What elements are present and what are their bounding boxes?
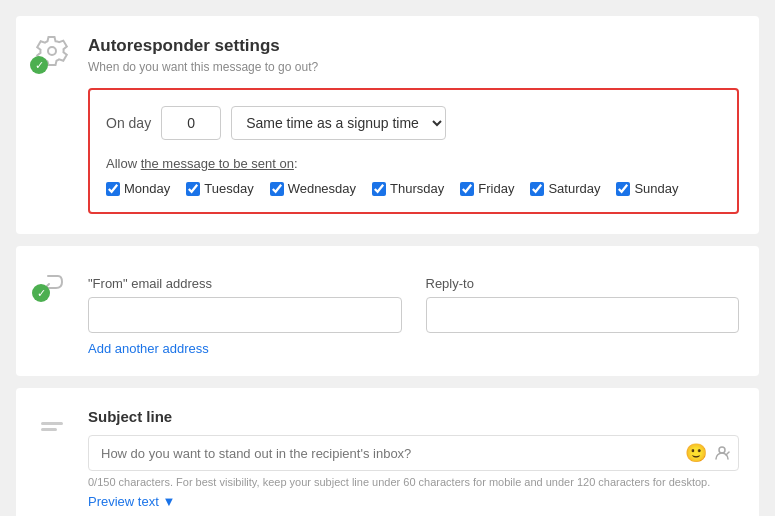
day-thursday[interactable]: Thursday bbox=[372, 181, 444, 196]
personalize-icon[interactable] bbox=[713, 444, 731, 462]
subject-icon-group: 🙂 bbox=[685, 442, 731, 464]
day-friday[interactable]: Friday bbox=[460, 181, 514, 196]
from-email-section: ✓ "From" email address Add another addre… bbox=[16, 246, 759, 376]
subject-input[interactable] bbox=[88, 435, 739, 471]
checkbox-thursday[interactable] bbox=[372, 182, 386, 196]
subject-title: Subject line bbox=[88, 408, 739, 425]
reply-to-input[interactable] bbox=[426, 297, 740, 333]
day-saturday[interactable]: Saturday bbox=[530, 181, 600, 196]
days-row: Monday Tuesday Wednesday Thursday Friday… bbox=[106, 181, 721, 196]
page: ✓ Autoresponder settings When do you wan… bbox=[0, 0, 775, 516]
check-badge-2: ✓ bbox=[32, 284, 50, 302]
day-monday[interactable]: Monday bbox=[106, 181, 170, 196]
svg-point-0 bbox=[48, 47, 56, 55]
reply-to-group: Reply-to bbox=[426, 276, 740, 356]
preview-text-link[interactable]: Preview text ▼ bbox=[88, 494, 739, 509]
from-address-label: "From" email address bbox=[88, 276, 402, 291]
on-day-label: On day bbox=[106, 115, 151, 131]
from-email-fields: "From" email address Add another address… bbox=[88, 276, 739, 356]
checkbox-sunday[interactable] bbox=[616, 182, 630, 196]
checkbox-tuesday[interactable] bbox=[186, 182, 200, 196]
day-tuesday[interactable]: Tuesday bbox=[186, 181, 253, 196]
from-address-input[interactable] bbox=[88, 297, 402, 333]
svg-point-1 bbox=[719, 447, 725, 453]
checkbox-monday[interactable] bbox=[106, 182, 120, 196]
subject-input-wrap: 🙂 bbox=[88, 435, 739, 471]
add-address-link[interactable]: Add another address bbox=[88, 341, 402, 356]
reply-to-label: Reply-to bbox=[426, 276, 740, 291]
subject-section: Subject line 🙂 0/150 characters. For bes… bbox=[16, 388, 759, 516]
day-wednesday[interactable]: Wednesday bbox=[270, 181, 356, 196]
autoresponder-icon: ✓ bbox=[34, 34, 70, 70]
from-email-icon: ✓ bbox=[34, 264, 70, 300]
autoresponder-box: On day Same time as a signup time Specif… bbox=[88, 88, 739, 214]
subject-icon bbox=[34, 406, 70, 442]
autoresponder-title: Autoresponder settings bbox=[88, 36, 739, 56]
checkbox-wednesday[interactable] bbox=[270, 182, 284, 196]
checkbox-friday[interactable] bbox=[460, 182, 474, 196]
allow-label: Allow the message to be sent on: bbox=[106, 156, 721, 171]
on-day-row: On day Same time as a signup time Specif… bbox=[106, 106, 721, 140]
day-sunday[interactable]: Sunday bbox=[616, 181, 678, 196]
from-address-group: "From" email address Add another address bbox=[88, 276, 402, 356]
bars-icon bbox=[41, 418, 63, 431]
emoji-icon[interactable]: 🙂 bbox=[685, 442, 707, 464]
allow-label-underline: the message to be sent on bbox=[141, 156, 294, 171]
autoresponder-subtitle: When do you want this message to go out? bbox=[88, 60, 739, 74]
checkbox-saturday[interactable] bbox=[530, 182, 544, 196]
check-badge: ✓ bbox=[30, 56, 48, 74]
day-input[interactable] bbox=[161, 106, 221, 140]
autoresponder-section: ✓ Autoresponder settings When do you wan… bbox=[16, 16, 759, 234]
time-select[interactable]: Same time as a signup time Specific time bbox=[231, 106, 446, 140]
char-hint: 0/150 characters. For best visibility, k… bbox=[88, 476, 739, 488]
